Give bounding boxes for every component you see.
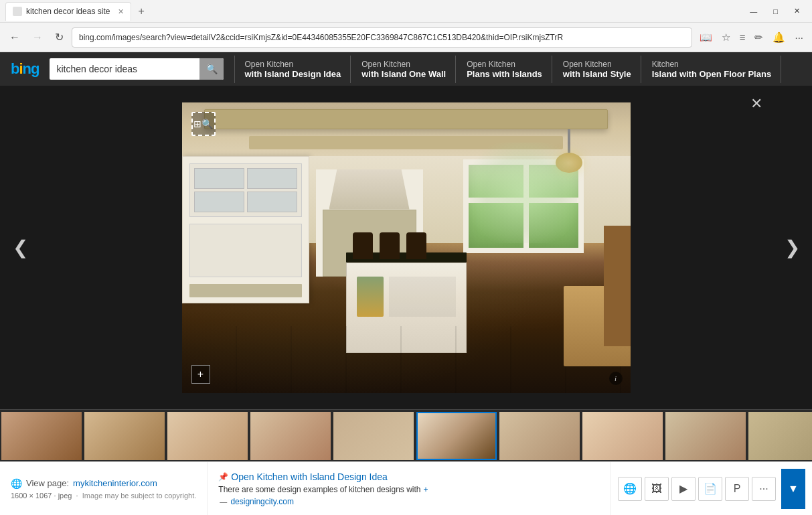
thumbnail-7[interactable] <box>499 412 580 460</box>
bar-stool-1 <box>353 232 373 259</box>
thumbnail-strip <box>0 409 812 461</box>
flower-pot <box>357 277 384 317</box>
maximize-button[interactable]: □ <box>766 2 785 21</box>
scroll-down-button[interactable]: ▼ <box>781 469 805 509</box>
lower-cabinet-left <box>189 224 302 277</box>
tab-close-btn[interactable]: ✕ <box>118 7 124 16</box>
result-title-text: Open Kitchen with Island Design Idea <box>231 471 387 482</box>
play-action-button[interactable]: ▶ <box>671 477 696 501</box>
window-controls: — □ ✕ <box>743 2 807 21</box>
bing-header: bing 🔍 Open Kitchen with Island Design I… <box>0 52 812 86</box>
more-action-icon: ··· <box>759 483 768 495</box>
search-input[interactable] <box>50 64 199 74</box>
action-buttons: 🌐 🖼 ▶ 📄 P ··· ▼ <box>611 462 812 515</box>
plus-expand-icon: + <box>197 368 204 380</box>
nav-icon-group: 📖 ☆ ≡ ✏ 🔔 ··· <box>696 29 807 46</box>
thumbnail-9[interactable] <box>665 412 746 460</box>
thumb-image-1 <box>1 412 82 460</box>
bing-nav-item-4[interactable]: Open Kitchen with Island Style <box>554 56 641 83</box>
image-action-button[interactable]: 🖼 <box>645 477 669 501</box>
bing-nav-line2-5: Island with Open Floor Plans <box>652 69 771 79</box>
forward-button[interactable]: → <box>28 29 47 46</box>
back-button[interactable]: ← <box>5 29 24 46</box>
bing-nav: Open Kitchen with Island Design Idea Ope… <box>234 56 801 83</box>
dining-chair <box>604 226 631 346</box>
thumbnail-2[interactable] <box>84 412 165 460</box>
search-button[interactable]: 🔍 <box>199 58 224 80</box>
result-description-row: There are some design examples of kitche… <box>218 485 600 494</box>
info-button[interactable]: i <box>609 372 623 385</box>
visual-search-button[interactable]: ⊞🔍 <box>191 112 216 136</box>
thumb-image-active <box>418 413 495 459</box>
thumbnail-3[interactable] <box>167 412 248 460</box>
bing-nav-line1-2: Open Kitchen <box>361 60 446 69</box>
source-dash: — <box>220 498 227 506</box>
thumb-image-3 <box>167 412 248 460</box>
source-info: 🌐 View page: mykitcheninterior.com 1600 … <box>0 462 208 515</box>
glass-pane-3 <box>194 192 244 212</box>
address-bar[interactable]: bing.com/images/search?view=detailV2&cci… <box>72 27 692 48</box>
tab-favicon <box>13 7 22 16</box>
notifications-button[interactable]: 🔔 <box>769 29 789 46</box>
image-viewer-container: ❮ <box>0 86 812 409</box>
active-tab[interactable]: kitchen decor ideas site ✕ <box>5 2 131 21</box>
glass-pane-4 <box>247 192 297 212</box>
reading-list-button[interactable]: 📖 <box>696 29 716 46</box>
notes-button[interactable]: ✏ <box>751 29 766 46</box>
new-tab-button[interactable]: + <box>135 5 147 17</box>
prev-image-button[interactable]: ❮ <box>0 86 40 409</box>
close-window-button[interactable]: ✕ <box>787 2 807 21</box>
favorites-button[interactable]: ☆ <box>718 29 734 46</box>
window-mullion-v <box>523 165 529 248</box>
globe-action-button[interactable]: 🌐 <box>618 477 642 501</box>
search-icon: 🔍 <box>206 64 218 74</box>
more-action-button[interactable]: ··· <box>752 477 776 501</box>
thumbnail-4[interactable] <box>250 412 331 460</box>
bing-nav-line2-3: Plans with Islands <box>467 69 542 79</box>
thumb-image-7 <box>499 412 580 460</box>
expand-button[interactable]: + <box>191 365 210 384</box>
title-bar: kitchen decor ideas site ✕ + — □ ✕ <box>0 0 812 23</box>
thumbnail-10[interactable] <box>748 412 812 460</box>
result-details: 📌 Open Kitchen with Island Design Idea T… <box>208 462 611 515</box>
globe-icon: 🌐 <box>11 478 22 489</box>
bing-nav-item-1[interactable]: Open Kitchen with Island Design Idea <box>234 56 351 83</box>
chandelier-chain <box>568 129 570 156</box>
minimize-button[interactable]: — <box>743 2 764 21</box>
info-letter: i <box>615 374 617 382</box>
bing-nav-line2-1: with Island Design Idea <box>244 69 341 79</box>
more-button[interactable]: ··· <box>791 29 807 46</box>
image-viewer: ⊞🔍 + i ✕ <box>40 86 772 409</box>
close-viewer-button[interactable]: ✕ <box>750 95 762 113</box>
thumbnail-1[interactable] <box>1 412 82 460</box>
bing-logo[interactable]: bing <box>11 60 39 78</box>
settings-button[interactable]: ≡ <box>736 29 749 46</box>
bing-nav-line1-1: Open Kitchen <box>244 60 341 69</box>
glass-pane-1 <box>194 168 244 189</box>
window-mullion-h <box>469 198 578 203</box>
pinterest-action-icon: P <box>734 483 741 495</box>
window <box>463 159 584 253</box>
result-title-link[interactable]: 📌 Open Kitchen with Island Design Idea <box>218 471 600 482</box>
down-arrow-icon: ▼ <box>788 483 799 495</box>
island-shelf <box>389 277 456 317</box>
bottom-panel: 🌐 View page: mykitcheninterior.com 1600 … <box>0 461 812 515</box>
bing-nav-item-5[interactable]: Kitchen Island with Open Floor Plans <box>643 56 781 83</box>
ceiling-beam-2 <box>249 136 563 149</box>
bing-nav-line1-5: Kitchen <box>652 60 771 69</box>
thumbnail-5[interactable] <box>333 412 414 460</box>
refresh-button[interactable]: ↻ <box>51 28 68 46</box>
page-action-button[interactable]: 📄 <box>698 477 722 501</box>
counter-left <box>189 284 302 297</box>
thumbnail-8[interactable] <box>582 412 663 460</box>
pinterest-action-button[interactable]: P <box>725 477 749 501</box>
globe-action-icon: 🌐 <box>623 482 637 495</box>
bing-nav-item-2[interactable]: Open Kitchen with Island One Wall <box>352 56 456 83</box>
source-domain-link[interactable]: designingcity.com <box>230 497 294 506</box>
show-more-button[interactable]: + <box>423 485 428 494</box>
range-hood <box>329 169 410 210</box>
source-website-link[interactable]: mykitcheninterior.com <box>73 478 157 488</box>
bing-nav-item-3[interactable]: Open Kitchen Plans with Islands <box>457 56 552 83</box>
next-image-button[interactable]: ❯ <box>772 86 812 409</box>
thumbnail-active[interactable] <box>416 412 497 460</box>
